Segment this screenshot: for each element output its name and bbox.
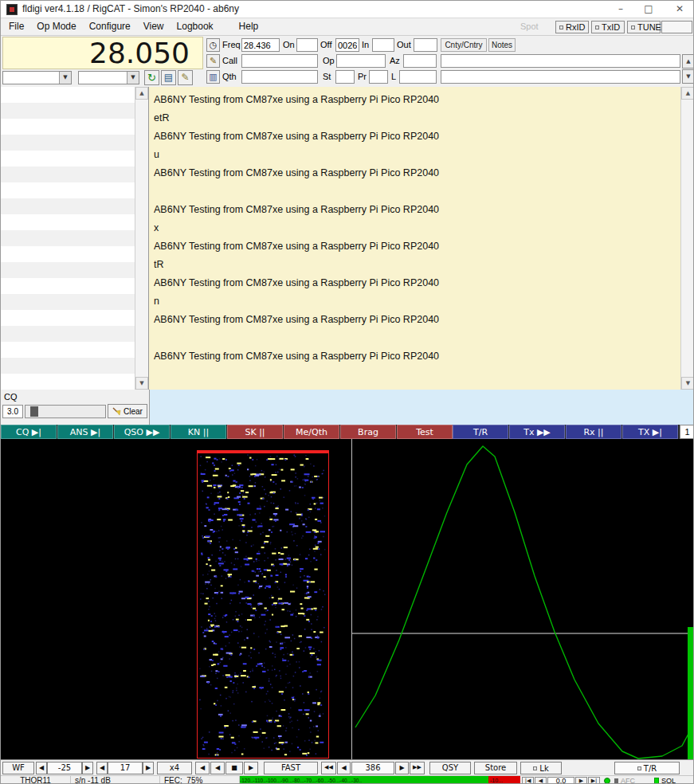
- az-input[interactable]: [403, 54, 437, 68]
- macro-9-tr[interactable]: T/R: [453, 425, 508, 439]
- notes-input[interactable]: [441, 70, 680, 84]
- qsy-button[interactable]: QSY: [429, 762, 471, 774]
- offset-end-button[interactable]: ▶|: [588, 777, 600, 784]
- browser-row[interactable]: [1, 198, 135, 214]
- carrier-value[interactable]: 386: [351, 762, 394, 774]
- macro-3-qso[interactable]: QSO ▶▶: [114, 425, 170, 439]
- menu-file[interactable]: File: [2, 18, 30, 35]
- browser-row[interactable]: [1, 87, 135, 103]
- browser-row[interactable]: [1, 151, 135, 167]
- off-input[interactable]: [335, 38, 359, 52]
- browser-row[interactable]: [1, 326, 135, 342]
- op-input[interactable]: [336, 54, 386, 68]
- rx-scrollbar[interactable]: ▲ ▼: [680, 87, 694, 390]
- macro-12-tx[interactable]: TX ▶|: [622, 425, 678, 439]
- browser-row[interactable]: [1, 214, 135, 230]
- macro-6-meqth[interactable]: Me/Qth: [284, 425, 339, 439]
- macro-8-test[interactable]: Test: [397, 425, 453, 439]
- timer-button[interactable]: ◷: [206, 38, 220, 52]
- browser-row[interactable]: [1, 135, 135, 151]
- range-value[interactable]: 17: [108, 762, 143, 774]
- carrier-right-button[interactable]: ▶: [395, 762, 409, 774]
- lock-button[interactable]: Lk: [520, 762, 562, 774]
- browser-row[interactable]: [1, 119, 135, 135]
- chevron-down-icon[interactable]: ▼: [59, 72, 71, 84]
- mode-combo[interactable]: ▼: [2, 71, 72, 84]
- frequency-display[interactable]: 28.050: [2, 37, 203, 69]
- macro-11-rx[interactable]: Rx ||: [566, 425, 621, 439]
- macro-4-kn[interactable]: KN ||: [171, 425, 226, 439]
- sql-toggle[interactable]: SQL: [654, 777, 692, 784]
- squelch-slider-handle[interactable]: [30, 406, 38, 417]
- field-scroll-down[interactable]: ▼: [682, 69, 694, 84]
- browse-log-button[interactable]: ▥: [206, 70, 220, 84]
- afc-toggle[interactable]: AFC: [614, 777, 649, 784]
- field-scroll-up[interactable]: ▲: [682, 54, 694, 69]
- carrier-left-button[interactable]: ◀: [337, 762, 351, 774]
- minimize-button[interactable]: –: [608, 1, 633, 18]
- loc-input[interactable]: [399, 70, 437, 84]
- maximize-button[interactable]: □: [636, 1, 661, 18]
- squelch-value[interactable]: 3.0: [2, 405, 23, 418]
- level-value[interactable]: -25: [47, 762, 82, 774]
- wf-mode-button[interactable]: WF: [2, 762, 34, 774]
- carrier-rewind-button[interactable]: ◀◀: [321, 762, 336, 774]
- center-signal-button[interactable]: ■: [225, 762, 243, 774]
- txid-button[interactable]: TxID: [591, 21, 625, 33]
- qth-input[interactable]: [241, 70, 318, 84]
- pr-input[interactable]: [369, 70, 388, 84]
- menu-view[interactable]: View: [137, 18, 171, 35]
- speed-button[interactable]: FAST: [264, 762, 318, 774]
- macro-page-button[interactable]: 1: [680, 425, 694, 439]
- menu-help[interactable]: Help: [233, 18, 265, 35]
- macro-10-tx[interactable]: Tx ▶▶: [509, 425, 565, 439]
- offset-left-button[interactable]: ◀: [535, 777, 547, 784]
- mode-indicator[interactable]: THOR11: [1, 776, 71, 784]
- browser-scrollbar[interactable]: ▲ ▼: [135, 87, 148, 390]
- browser-row[interactable]: [1, 294, 135, 310]
- rx-text-panel[interactable]: AB6NY Testing from CM87xe using a Raspbe…: [149, 87, 680, 390]
- tx-text-panel[interactable]: [149, 390, 694, 425]
- level-down-button[interactable]: ◀: [36, 762, 47, 774]
- scroll-down-icon[interactable]: ▼: [135, 377, 148, 390]
- cnty-input[interactable]: [441, 54, 680, 68]
- browser-row[interactable]: [1, 310, 135, 326]
- carrier-forward-button[interactable]: ▶▶: [410, 762, 425, 774]
- close-button[interactable]: ✕: [665, 1, 694, 18]
- scroll-down-icon[interactable]: ▼: [681, 377, 694, 390]
- shift-left-button[interactable]: ◀: [195, 762, 210, 774]
- scroll-up-icon[interactable]: ▲: [681, 87, 694, 100]
- shift-left-slow-button[interactable]: ◀: [210, 762, 225, 774]
- browser-row[interactable]: [1, 167, 135, 182]
- offset-home-button[interactable]: |◀: [522, 777, 534, 784]
- browser-row[interactable]: [1, 262, 135, 278]
- logbook-button[interactable]: ▤: [161, 70, 176, 85]
- menu-logbook[interactable]: Logbook: [171, 18, 220, 35]
- browser-row[interactable]: [1, 230, 135, 246]
- menu-configure[interactable]: Configure: [83, 18, 137, 35]
- offset-right-button[interactable]: ▶: [575, 777, 587, 784]
- zoom-button[interactable]: x4: [157, 762, 192, 774]
- store-button[interactable]: Store: [474, 762, 517, 774]
- sync-button[interactable]: ↻: [144, 70, 159, 85]
- macro-1-cq[interactable]: CQ ▶|: [1, 425, 57, 439]
- macro-2-ans[interactable]: ANS ▶|: [57, 425, 113, 439]
- browser-row[interactable]: [1, 103, 135, 119]
- clear-button[interactable]: Clear: [108, 404, 147, 418]
- menu-op-mode[interactable]: Op Mode: [30, 18, 82, 35]
- chevron-down-icon[interactable]: ▼: [127, 72, 139, 84]
- shift-right-button[interactable]: ▶: [244, 762, 258, 774]
- offset-value[interactable]: 0.0: [547, 777, 574, 784]
- level-up-button[interactable]: ▶: [82, 762, 93, 774]
- browser-row[interactable]: [1, 246, 135, 262]
- macro-7-brag[interactable]: Brag: [340, 425, 396, 439]
- macro-5-sk[interactable]: SK ||: [227, 425, 283, 439]
- range-up-button[interactable]: ▶: [143, 762, 154, 774]
- out-input[interactable]: [414, 38, 437, 52]
- browser-row[interactable]: [1, 358, 135, 374]
- tune-button[interactable]: TUNE: [627, 21, 661, 33]
- waterfall-display[interactable]: [1, 439, 351, 759]
- edit-button[interactable]: ✎: [206, 54, 220, 68]
- log-freq-input[interactable]: [241, 38, 280, 52]
- squelch-slider[interactable]: [25, 405, 106, 418]
